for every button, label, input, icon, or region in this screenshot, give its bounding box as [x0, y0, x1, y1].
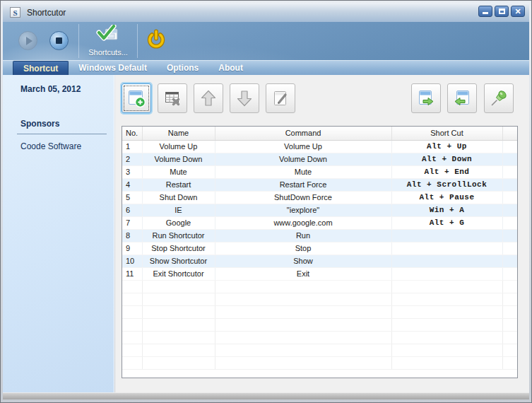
table-row[interactable]: 8Run ShortcutorRun	[122, 229, 517, 242]
cell-empty	[215, 280, 391, 293]
cell-empty	[122, 356, 142, 369]
title-bar: S Shortcutor ✕	[3, 3, 529, 22]
column-header-no[interactable]: No.	[122, 127, 142, 140]
cell-name: Exit Shortcutor	[142, 267, 215, 280]
table-row[interactable]: 1Volume UpVolume UpAlt + Up	[122, 140, 517, 153]
cell-padding	[502, 255, 517, 267]
stop-button[interactable]	[49, 31, 69, 50]
cell-name: Mute	[142, 165, 215, 178]
cell-command: Mute	[215, 165, 391, 178]
play-icon	[26, 37, 32, 45]
table-row[interactable]: 3MuteMuteAlt + End	[122, 165, 517, 178]
shortcut-table-body: 1Volume UpVolume UpAlt + Up2Volume DownV…	[122, 140, 517, 369]
cell-shortcut: Win + A	[391, 204, 502, 216]
status-bar	[3, 392, 529, 399]
column-header-command[interactable]: Command	[215, 127, 391, 140]
sponsor-link[interactable]: Coode Software	[20, 141, 81, 151]
move-up-button[interactable]	[194, 83, 223, 113]
cell-command: "iexplore"	[215, 204, 391, 216]
cell-empty	[215, 356, 391, 369]
cell-empty	[215, 344, 391, 356]
minimize-icon	[483, 12, 488, 14]
cell-shortcut: Alt + Pause	[391, 191, 502, 204]
table-row[interactable]: 6IE"iexplore"Win + A	[122, 204, 517, 216]
tab-windows-default[interactable]: Windows Default	[69, 61, 157, 75]
tab-about[interactable]: About	[208, 61, 253, 75]
cell-empty	[122, 344, 142, 356]
add-shortcut-button[interactable]	[122, 83, 151, 113]
cell-name: IE	[142, 204, 215, 216]
edit-note-icon	[271, 88, 290, 108]
cell-empty	[122, 305, 142, 318]
add-window-icon	[126, 88, 146, 108]
cell-empty	[215, 293, 391, 305]
table-row[interactable]: 5Shut DownShutDown ForceAlt + Pause	[122, 191, 517, 204]
column-header-shortcut[interactable]: Short Cut	[391, 127, 502, 140]
export-button[interactable]	[411, 83, 441, 113]
sponsors-heading: Sponsors	[20, 119, 59, 129]
app-icon: S	[10, 7, 20, 18]
edit-shortcut-button[interactable]	[266, 83, 295, 113]
shortcuts-check-icon	[96, 25, 120, 45]
sidebar: March 05, 2012 Sponsors Coode Software	[3, 75, 114, 392]
cell-padding	[502, 242, 517, 255]
cell-padding	[502, 191, 517, 204]
table-row[interactable]: 4RestartRestart ForceAlt + ScrollLock	[122, 178, 517, 191]
arrow-up-icon	[199, 88, 218, 108]
cell-no: 1	[122, 140, 142, 153]
cell-empty	[142, 331, 215, 344]
cell-empty	[215, 318, 391, 331]
table-row-empty	[122, 305, 517, 318]
table-row-empty	[122, 280, 517, 293]
delete-shortcut-button[interactable]	[158, 83, 187, 113]
cell-command: Show	[215, 255, 391, 267]
cell-padding	[502, 165, 517, 178]
table-row-empty	[122, 356, 517, 369]
cell-shortcut: Alt + Up	[391, 140, 502, 153]
table-row[interactable]: 10Show ShortcutorShow	[122, 255, 517, 267]
date-label: March 05, 2012	[20, 84, 81, 94]
cell-name: Run Shortcutor	[142, 229, 215, 242]
cell-no: 10	[122, 255, 142, 267]
cell-empty	[502, 331, 517, 344]
table-row[interactable]: 9Stop ShortcutorStop	[122, 242, 517, 255]
table-row[interactable]: 7Googlewww.google.comAlt + G	[122, 216, 517, 229]
cell-empty	[142, 293, 215, 305]
tab-shortcut[interactable]: Shortcut	[13, 61, 69, 75]
shortcuts-config-button[interactable]: Shortcuts...	[86, 25, 130, 57]
cell-no: 8	[122, 229, 142, 242]
cell-empty	[391, 293, 502, 305]
play-button[interactable]	[18, 31, 37, 50]
cell-empty	[391, 344, 502, 356]
cell-padding	[502, 267, 517, 280]
window-title: Shortcutor	[27, 8, 66, 18]
cell-empty	[122, 331, 142, 344]
import-button[interactable]	[447, 83, 477, 113]
cell-empty	[502, 344, 517, 356]
tab-options[interactable]: Options	[157, 61, 208, 75]
table-row[interactable]: 2Volume DownVolume DownAlt + Down	[122, 153, 517, 165]
maximize-button[interactable]	[495, 6, 509, 17]
cell-padding	[502, 140, 517, 153]
cell-name: Show Shortcutor	[142, 255, 215, 267]
cell-command: Volume Down	[215, 153, 391, 165]
column-header-name[interactable]: Name	[142, 127, 215, 140]
cell-command: Run	[215, 229, 391, 242]
cell-empty	[502, 293, 517, 305]
table-row[interactable]: 11Exit ShortcutorExit	[122, 267, 517, 280]
cell-empty	[142, 344, 215, 356]
minimize-button[interactable]	[478, 6, 492, 17]
cell-empty	[391, 318, 502, 331]
pin-button[interactable]	[484, 83, 514, 113]
close-button[interactable]: ✕	[511, 6, 525, 17]
cell-no: 7	[122, 216, 142, 229]
cell-shortcut: Alt + End	[391, 165, 502, 178]
cell-name: Stop Shortcutor	[142, 242, 215, 255]
toolbar-separator	[78, 24, 79, 58]
cell-empty	[122, 280, 142, 293]
exit-power-button[interactable]	[146, 29, 167, 52]
cell-command: Stop	[215, 242, 391, 255]
cell-padding	[502, 229, 517, 242]
cell-padding	[502, 178, 517, 191]
move-down-button[interactable]	[230, 83, 259, 113]
